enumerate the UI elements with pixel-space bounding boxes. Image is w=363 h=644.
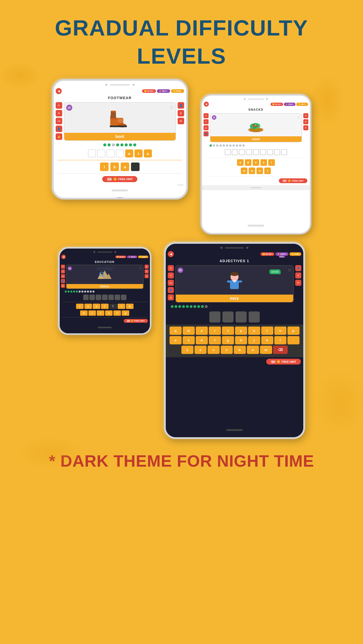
p4-key-d[interactable]: d xyxy=(196,336,208,344)
phone2-home-btn[interactable] xyxy=(248,225,264,227)
phone1-pause-btn[interactable]: ⏸ xyxy=(178,110,184,116)
p4-key-n[interactable]: n' xyxy=(247,346,259,354)
phone4-card-star[interactable]: ☆ xyxy=(288,267,291,273)
p3-key-g[interactable]: g xyxy=(122,310,129,316)
p4-key-q[interactable]: q xyxy=(170,327,182,335)
phone1-share-btn[interactable]: 👤 xyxy=(178,102,184,109)
p4-ans1[interactable] xyxy=(209,311,220,323)
p2-ans1[interactable] xyxy=(225,149,231,155)
phone3-rbtn2[interactable]: ⚙ xyxy=(145,269,149,273)
p4-key-o[interactable]: o* xyxy=(274,327,286,335)
p2-tile-n[interactable]: n xyxy=(256,168,263,174)
phone4-rbtn3[interactable]: ✉ xyxy=(295,280,301,286)
phone4-btn5[interactable]: 👍 xyxy=(168,294,174,300)
phone3-rbtn3[interactable]: ✉ xyxy=(145,274,149,278)
phone1-user-btn[interactable]: 👤 xyxy=(56,126,62,132)
answer-box-5[interactable]: o xyxy=(125,149,133,157)
phone4-btn2[interactable]: ☀ xyxy=(168,272,174,278)
p4-key-j[interactable]: j xyxy=(248,336,260,344)
phone4-rbtn2[interactable]: ⏸ xyxy=(295,272,301,278)
phone2-card-star[interactable]: ☆ xyxy=(297,115,300,119)
p4-key-w[interactable]: w xyxy=(183,327,195,335)
answer-box-1[interactable] xyxy=(88,149,96,157)
phone1-like-btn[interactable]: 👍 xyxy=(56,133,62,140)
p4-ans2[interactable] xyxy=(222,311,234,323)
phone4-btn4[interactable]: 👤 xyxy=(168,287,174,293)
p2-tile-s[interactable]: s xyxy=(260,159,267,166)
p3-key-a2[interactable]: a xyxy=(93,304,100,309)
answer-box-7[interactable]: a xyxy=(144,149,152,157)
p4-key-s[interactable]: s xyxy=(183,336,195,344)
tile-l[interactable]: l xyxy=(100,163,109,171)
p4-key-p[interactable]: p xyxy=(287,327,300,335)
p3-key-h[interactable]: h xyxy=(80,310,88,316)
phone1-back-btn[interactable]: ◀ xyxy=(56,88,62,94)
phone3-btn2[interactable]: ☀ xyxy=(61,269,65,273)
p3-key-i2[interactable]: l xyxy=(109,304,117,309)
p4-key-c[interactable]: c xyxy=(208,346,220,354)
p3-key-s[interactable]: s xyxy=(105,310,113,316)
p4-key-k[interactable]: k xyxy=(261,336,273,344)
p4-key-m[interactable]: m xyxy=(260,346,272,354)
p4-key-b[interactable]: b xyxy=(234,346,246,354)
p2-ans3[interactable] xyxy=(239,149,245,155)
p4-key-a[interactable]: a xyxy=(170,336,182,344)
p2-ans9[interactable] xyxy=(281,149,287,155)
phone1-brightness-btn[interactable]: ☀ xyxy=(56,110,62,116)
phone1-hint-button[interactable]: QA ● FREE HINT xyxy=(102,176,137,182)
phone2-rbtn1[interactable]: 👁 xyxy=(303,113,308,118)
phone1-mail-btn[interactable]: ✉ xyxy=(178,118,184,124)
phone4-back-btn[interactable]: ◀ xyxy=(168,251,174,257)
p2-tile-e[interactable]: e xyxy=(253,159,259,166)
p2-tile-l2[interactable]: l xyxy=(264,168,271,174)
p2-ans6[interactable] xyxy=(260,149,266,155)
phone1-no-btn[interactable]: ✕ xyxy=(56,102,62,109)
p4-key-e[interactable]: e* xyxy=(196,327,208,335)
p4-key-v[interactable]: v xyxy=(221,346,233,354)
phone4-btn1[interactable]: ✕ xyxy=(168,265,174,271)
p4-ans4[interactable] xyxy=(249,311,260,323)
p3-key-q[interactable]: q xyxy=(126,304,134,309)
answer-box-3[interactable] xyxy=(107,149,115,157)
answer-box-2[interactable] xyxy=(97,149,105,157)
p3-key-r2[interactable]: r xyxy=(97,310,104,316)
p4-key-x[interactable]: x xyxy=(194,346,207,354)
phone1-home-btn[interactable] xyxy=(112,189,128,191)
phone2-btn1[interactable]: ✕ xyxy=(204,113,209,118)
answer-box-4[interactable] xyxy=(116,149,124,157)
p3-key-i[interactable]: i xyxy=(101,304,109,309)
p2-tile-a1[interactable]: a xyxy=(237,159,244,166)
phone3-card-star[interactable]: ☆ xyxy=(139,266,142,270)
p4-key-t[interactable]: t xyxy=(222,327,234,335)
p3-key-f[interactable]: f xyxy=(113,310,121,316)
phone3-hint-btn[interactable]: QA FREE HINT xyxy=(124,319,148,323)
p2-ans2[interactable] xyxy=(232,149,238,155)
p4-ans3[interactable] xyxy=(236,311,247,323)
phone4-home-btn[interactable] xyxy=(226,429,243,431)
p3-key-r[interactable]: r xyxy=(88,310,96,316)
phone2-btn4[interactable]: 👤 xyxy=(204,131,209,136)
phone2-btn3[interactable]: Aa xyxy=(204,125,209,130)
p2-tile-a3[interactable]: a xyxy=(249,168,255,174)
phone3-btn5[interactable]: 👍 xyxy=(61,284,65,288)
p2-ans5[interactable] xyxy=(253,149,259,155)
p4-key-g[interactable]: g xyxy=(222,336,234,344)
p2-ans4[interactable] xyxy=(246,149,252,155)
phone3-btn3[interactable]: Aa xyxy=(61,274,65,278)
tile-b[interactable]: b xyxy=(110,163,119,171)
p2-ans8[interactable] xyxy=(274,149,280,155)
p4-key-l[interactable]: l xyxy=(274,336,286,344)
phone1-font-btn[interactable]: Aa xyxy=(56,118,62,124)
p4-key-dash[interactable]: - xyxy=(287,336,300,344)
answer-box-6[interactable]: t xyxy=(135,149,143,157)
phone1-card-star[interactable]: ☆ xyxy=(170,105,174,110)
phone3-rbtn1[interactable]: 👁 xyxy=(145,265,149,269)
phone2-rbtn3[interactable]: ✉ xyxy=(303,125,308,130)
p2-ans7[interactable] xyxy=(267,149,273,155)
phone3-btn1[interactable]: ✕ xyxy=(61,265,65,269)
p4-key-f[interactable]: f xyxy=(209,336,221,344)
p3-key-t[interactable]: t xyxy=(118,304,125,309)
phone2-back-btn[interactable]: ◀ xyxy=(204,102,209,107)
p4-key-backspace[interactable]: ⌫ xyxy=(273,346,288,354)
phone4-rbtn1[interactable]: 👤 xyxy=(295,265,301,271)
